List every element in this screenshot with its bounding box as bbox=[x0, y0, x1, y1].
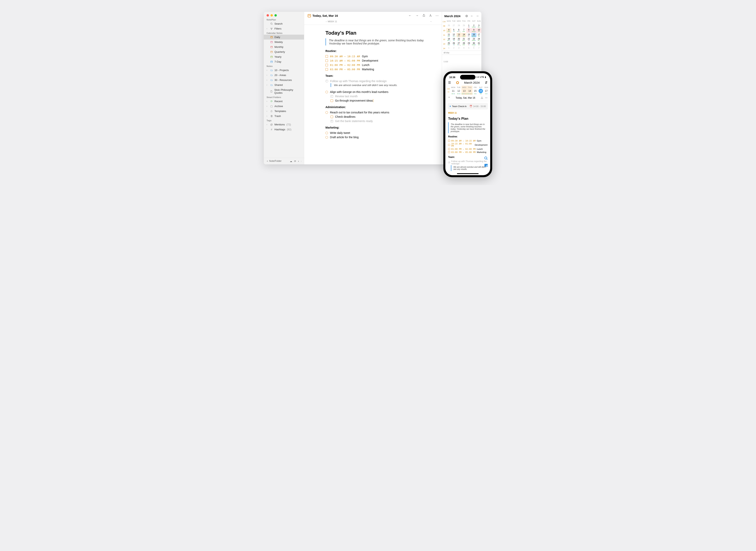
sidebar-mentions[interactable]: ›@ Mentions (72) bbox=[264, 122, 304, 127]
calendar-day[interactable]: 15✓ bbox=[467, 33, 471, 37]
sidebar-smart-archive[interactable]: ›▢Archive bbox=[264, 104, 304, 109]
calendar-day[interactable]: 6✓ bbox=[456, 28, 461, 33]
calendar-day[interactable]: 22 bbox=[467, 37, 471, 42]
calendar-day[interactable]: 2 bbox=[451, 46, 456, 51]
checkbox[interactable] bbox=[325, 68, 328, 71]
task-circle[interactable] bbox=[325, 91, 328, 93]
share-icon[interactable] bbox=[481, 96, 483, 99]
calendar-day[interactable]: 28 bbox=[461, 42, 466, 46]
filters-row[interactable]: › Filters bbox=[264, 26, 304, 31]
calendar-day[interactable]: 11 bbox=[446, 33, 451, 37]
calendar-day[interactable]: 12✓ bbox=[451, 33, 456, 37]
calendar-day[interactable]: 29 bbox=[461, 24, 466, 28]
calendar-day[interactable]: 3✓ bbox=[477, 24, 481, 28]
sidebar-folder[interactable]: ›Shared bbox=[264, 82, 304, 87]
phone-day[interactable]: FRI15 bbox=[473, 86, 478, 95]
search-row[interactable]: › Search bbox=[264, 21, 304, 26]
cloud-icon[interactable]: ☁︎ bbox=[290, 160, 292, 163]
chevron-up-icon[interactable]: ⌃ bbox=[448, 96, 450, 99]
calendar-day[interactable]: 24✓ bbox=[477, 37, 481, 42]
checkbox[interactable] bbox=[330, 99, 333, 102]
sidebar-cal-monthly[interactable]: ›Monthly bbox=[264, 44, 304, 49]
calendar-day[interactable]: 31 bbox=[477, 42, 481, 46]
task-circle[interactable] bbox=[325, 111, 328, 114]
prev-icon[interactable]: ‹ bbox=[298, 160, 299, 163]
calendar-day[interactable]: 9✓ bbox=[471, 28, 476, 33]
phone-day[interactable]: SAT16 bbox=[478, 86, 484, 95]
menu-icon[interactable]: ☰ bbox=[448, 81, 451, 84]
calendar-day[interactable]: 1 bbox=[446, 46, 451, 51]
sidebar-cal-daily[interactable]: ›Daily bbox=[264, 35, 304, 40]
phone-event[interactable]: Team Check-In ⏰14:00 - 15:00 bbox=[448, 103, 488, 109]
checkbox[interactable] bbox=[325, 64, 328, 66]
sidebar-folder[interactable]: ›20 - Areas bbox=[264, 73, 304, 78]
calendar-day[interactable]: 21✓ bbox=[461, 37, 466, 42]
app-logo-icon[interactable] bbox=[456, 81, 459, 84]
calendar-day[interactable]: 20 bbox=[456, 37, 461, 42]
calendar-day[interactable]: 18✓ bbox=[446, 37, 451, 42]
sidebar-smart-templates[interactable]: ›⎙Templates bbox=[264, 109, 304, 114]
calendar-day[interactable]: 13 bbox=[456, 33, 461, 37]
calendar-day[interactable]: 1 bbox=[467, 24, 471, 28]
more-icon[interactable]: ⋯ bbox=[436, 14, 439, 18]
view-toggle-icon[interactable]: ⇵ bbox=[485, 81, 488, 84]
phone-new-event-icon[interactable] bbox=[484, 163, 488, 167]
calendar-day[interactable]: 3 bbox=[456, 46, 461, 51]
calendar-day[interactable]: 28 bbox=[456, 24, 461, 28]
sidebar-folder[interactable]: ›30 - Resources bbox=[264, 78, 304, 82]
phone-day[interactable]: TUE12 bbox=[456, 86, 462, 95]
calendar-day[interactable]: 4 bbox=[446, 28, 451, 33]
calendar-day[interactable]: 27✓ bbox=[456, 42, 461, 46]
next-month-icon[interactable]: → bbox=[476, 14, 479, 18]
gear-icon[interactable]: ⚙ bbox=[465, 14, 468, 18]
calendar-day[interactable]: 10 bbox=[477, 28, 481, 33]
task-circle[interactable] bbox=[325, 136, 328, 139]
sync-icon[interactable]: ⟳ bbox=[294, 160, 296, 163]
sidebar-cal-7-day[interactable]: ›7-Day bbox=[264, 59, 304, 64]
calendar-day[interactable]: 2 bbox=[471, 24, 476, 28]
calendar-day[interactable]: 5 bbox=[467, 46, 471, 51]
done-checkbox[interactable] bbox=[325, 80, 328, 82]
phone-week-label[interactable]: WEEK 11 bbox=[445, 111, 490, 116]
maximize-window[interactable] bbox=[274, 14, 277, 17]
calendar-day[interactable]: 7 bbox=[477, 46, 481, 51]
calendar-day[interactable]: 27 bbox=[451, 24, 456, 28]
timeline[interactable]: 9 AM bbox=[442, 55, 481, 69]
new-note-folder[interactable]: ＋ Note/Folder bbox=[266, 159, 281, 163]
calendar-day[interactable]: 7 bbox=[461, 28, 466, 33]
phone-day[interactable]: WED13 bbox=[462, 86, 467, 95]
phone-day[interactable]: MON11 bbox=[451, 86, 456, 95]
checkbox[interactable] bbox=[325, 55, 328, 58]
calendar-day[interactable]: 19 bbox=[451, 37, 456, 42]
home-indicator[interactable] bbox=[457, 173, 479, 174]
calendar-day[interactable]: 8 bbox=[467, 28, 471, 33]
sidebar-folder[interactable]: ›10 - Projects bbox=[264, 68, 304, 73]
phone-search-icon[interactable] bbox=[484, 156, 488, 160]
sidebar-notes-file[interactable]: › Stoic Philosophy Quotes bbox=[264, 87, 304, 95]
sidebar-cal-yearly[interactable]: ›Yearly bbox=[264, 54, 304, 59]
week-label[interactable]: › WEEK 11 bbox=[326, 20, 337, 23]
checked-box[interactable] bbox=[330, 95, 333, 98]
calendar-day[interactable]: 6 bbox=[471, 46, 476, 51]
note-content[interactable]: Today's Plan The deadline is near but th… bbox=[304, 25, 442, 143]
calendar-day[interactable]: 29 bbox=[467, 42, 471, 46]
close-window[interactable] bbox=[266, 14, 269, 17]
calendar-day[interactable]: 23 bbox=[471, 37, 476, 42]
sidebar-hashtags[interactable]: ›# Hashtags (92) bbox=[264, 127, 304, 132]
phone-day[interactable]: THU14 bbox=[467, 86, 473, 95]
task-circle[interactable] bbox=[325, 132, 328, 134]
phone-day[interactable]: SUN17 bbox=[484, 86, 489, 95]
more-icon[interactable]: ⋯ bbox=[485, 96, 488, 99]
format-icon[interactable]: A bbox=[429, 14, 432, 18]
checkbox[interactable] bbox=[325, 59, 328, 62]
sidebar-smart-recent[interactable]: ›⟳Recent bbox=[264, 99, 304, 104]
calendar-day[interactable]: 17 bbox=[477, 33, 481, 37]
minimize-window[interactable] bbox=[270, 14, 273, 17]
calendar-day[interactable]: 14 bbox=[461, 33, 466, 37]
week-next-icon[interactable]: → bbox=[430, 20, 432, 23]
phone-month-title[interactable]: March 2024 bbox=[464, 81, 480, 84]
cancelled-box[interactable] bbox=[330, 120, 333, 122]
sidebar-cal-quarterly[interactable]: ›Quarterly bbox=[264, 49, 304, 54]
all-day-row[interactable]: all-day bbox=[442, 51, 481, 55]
calendar-day[interactable]: 5 bbox=[451, 28, 456, 33]
